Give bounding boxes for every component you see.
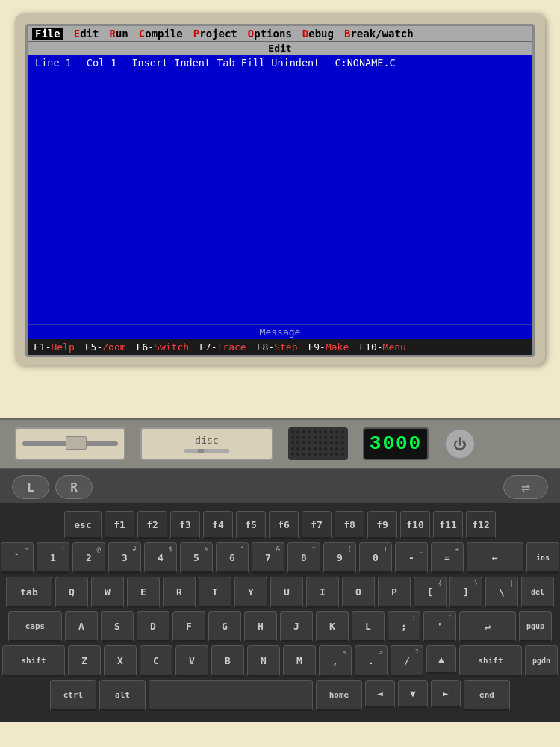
key-f[interactable]: F bbox=[172, 611, 205, 642]
slider-thumb[interactable] bbox=[66, 436, 87, 450]
key-f6[interactable]: f6 bbox=[269, 511, 299, 539]
key-h[interactable]: H bbox=[244, 611, 277, 642]
key-backspace[interactable]: ← bbox=[467, 542, 523, 574]
key-down[interactable]: ▼ bbox=[398, 680, 428, 708]
key-space[interactable] bbox=[149, 680, 313, 711]
key-r[interactable]: R bbox=[163, 577, 196, 608]
fkey-f7[interactable]: F7-Trace bbox=[199, 341, 246, 353]
key-alt[interactable]: alt bbox=[99, 680, 146, 711]
key-f11[interactable]: f11 bbox=[433, 511, 463, 539]
key-x[interactable]: X bbox=[104, 645, 137, 677]
key-a[interactable]: A bbox=[65, 611, 98, 642]
key-o[interactable]: O bbox=[342, 577, 375, 608]
key-ctrl[interactable]: ctrl bbox=[50, 680, 96, 711]
key-f8[interactable]: f8 bbox=[335, 511, 364, 539]
menu-compile[interactable]: Compile bbox=[139, 28, 183, 40]
key-ins[interactable]: ins bbox=[526, 542, 559, 574]
key-3[interactable]: #3 bbox=[108, 542, 141, 574]
key-f3[interactable]: f3 bbox=[170, 511, 200, 539]
edit-area[interactable] bbox=[28, 70, 532, 324]
key-caps[interactable]: caps bbox=[8, 611, 62, 642]
key-7[interactable]: &7 bbox=[252, 542, 284, 574]
key-del[interactable]: del bbox=[521, 577, 554, 608]
key-tilde[interactable]: ~` bbox=[1, 542, 34, 574]
key-5[interactable]: %5 bbox=[180, 542, 213, 574]
key-f12[interactable]: f12 bbox=[466, 511, 496, 539]
key-f5[interactable]: f5 bbox=[236, 511, 266, 539]
key-f10[interactable]: f10 bbox=[400, 511, 430, 539]
key-q[interactable]: Q bbox=[55, 577, 88, 608]
key-rbracket[interactable]: }] bbox=[449, 577, 482, 608]
key-k[interactable]: K bbox=[316, 611, 349, 642]
key-minus[interactable]: _- bbox=[395, 542, 428, 574]
key-4[interactable]: $4 bbox=[144, 542, 177, 574]
key-quote[interactable]: "' bbox=[423, 611, 456, 642]
key-f9[interactable]: f9 bbox=[367, 511, 397, 539]
key-lbracket[interactable]: {[ bbox=[414, 577, 447, 608]
key-equals[interactable]: += bbox=[431, 542, 464, 574]
key-i[interactable]: I bbox=[306, 577, 339, 608]
l-button[interactable]: L bbox=[12, 475, 49, 499]
key-shift-right[interactable]: shift bbox=[459, 645, 522, 677]
menu-breakwatch[interactable]: Break/watch bbox=[344, 28, 414, 40]
key-slash[interactable]: ?/ bbox=[391, 645, 423, 677]
key-d[interactable]: D bbox=[137, 611, 169, 642]
fkey-f6[interactable]: F6-Switch bbox=[137, 341, 189, 353]
fkey-f10[interactable]: F10-Menu bbox=[359, 341, 406, 353]
key-p[interactable]: P bbox=[378, 577, 411, 608]
key-up[interactable]: ▲ bbox=[426, 645, 456, 674]
slider-control[interactable] bbox=[15, 427, 125, 460]
key-0[interactable]: )0 bbox=[359, 542, 392, 574]
key-c[interactable]: C bbox=[140, 645, 172, 677]
power-button[interactable]: ⏻ bbox=[444, 427, 476, 460]
key-esc[interactable]: esc bbox=[64, 511, 102, 539]
menu-edit[interactable]: Edit bbox=[74, 28, 99, 40]
key-m[interactable]: M bbox=[283, 645, 316, 677]
menu-run[interactable]: Run bbox=[109, 28, 128, 40]
key-j[interactable]: J bbox=[280, 611, 313, 642]
key-2[interactable]: @2 bbox=[72, 542, 105, 574]
key-backslash[interactable]: |\ bbox=[485, 577, 518, 608]
key-f7[interactable]: f7 bbox=[302, 511, 332, 539]
key-end[interactable]: end bbox=[464, 680, 510, 711]
key-right[interactable]: ► bbox=[431, 680, 461, 708]
key-l[interactable]: L bbox=[352, 611, 385, 642]
key-y[interactable]: Y bbox=[234, 577, 267, 608]
key-pgup[interactable]: pgup bbox=[519, 611, 552, 642]
fkey-f1[interactable]: F1-Help bbox=[34, 341, 75, 353]
key-pgdn[interactable]: pgdn bbox=[525, 645, 558, 677]
key-e[interactable]: E bbox=[127, 577, 160, 608]
key-left[interactable]: ◄ bbox=[365, 680, 395, 708]
menu-options[interactable]: Options bbox=[248, 28, 292, 40]
fkey-f5[interactable]: F5-Zoom bbox=[85, 341, 126, 353]
key-u[interactable]: U bbox=[270, 577, 303, 608]
key-f2[interactable]: f2 bbox=[137, 511, 167, 539]
menu-debug[interactable]: Debug bbox=[302, 28, 334, 40]
menu-project[interactable]: Project bbox=[193, 28, 237, 40]
key-w[interactable]: W bbox=[91, 577, 124, 608]
key-g[interactable]: G bbox=[208, 611, 241, 642]
disc-control[interactable]: disc bbox=[140, 427, 273, 460]
key-z[interactable]: Z bbox=[68, 645, 101, 677]
key-f4[interactable]: f4 bbox=[203, 511, 233, 539]
key-tab[interactable]: tab bbox=[6, 577, 52, 608]
key-n[interactable]: N bbox=[247, 645, 280, 677]
key-1[interactable]: !1 bbox=[37, 542, 69, 574]
key-shift-left[interactable]: shift bbox=[2, 645, 65, 677]
fkey-f9[interactable]: F9-Make bbox=[308, 341, 349, 353]
key-8[interactable]: *8 bbox=[287, 542, 320, 574]
key-s[interactable]: S bbox=[101, 611, 134, 642]
key-f1[interactable]: f1 bbox=[105, 511, 134, 539]
key-9[interactable]: (9 bbox=[323, 542, 356, 574]
connect-button[interactable]: ⇌ bbox=[503, 475, 548, 499]
key-enter[interactable]: ↵ bbox=[459, 611, 516, 642]
fkey-f8[interactable]: F8-Step bbox=[257, 341, 298, 353]
menu-file[interactable]: File bbox=[32, 28, 63, 40]
key-b[interactable]: B bbox=[211, 645, 244, 677]
key-t[interactable]: T bbox=[199, 577, 231, 608]
key-v[interactable]: V bbox=[175, 645, 208, 677]
key-comma[interactable]: <, bbox=[319, 645, 352, 677]
key-home[interactable]: home bbox=[316, 680, 362, 711]
r-button[interactable]: R bbox=[55, 475, 93, 499]
key-period[interactable]: >. bbox=[355, 645, 388, 677]
